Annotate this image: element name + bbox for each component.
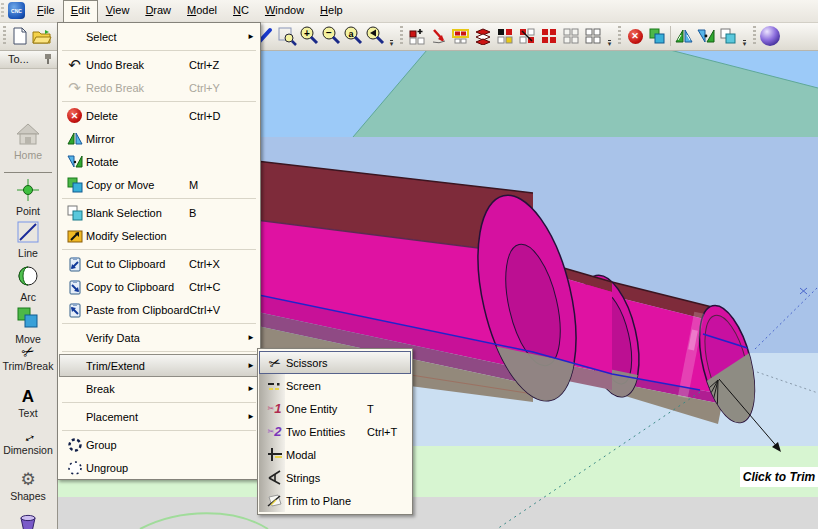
ungroup-icon	[63, 459, 86, 477]
toolbar-grip-2[interactable]	[400, 26, 403, 46]
scissors-icon: ✂	[20, 344, 37, 361]
trim-arrow-icon[interactable]	[428, 25, 450, 47]
grid-white-icon[interactable]	[560, 25, 582, 47]
grid-line-icon[interactable]	[516, 25, 538, 47]
modify-selection-icon	[63, 227, 86, 245]
menu-model[interactable]: Model	[179, 0, 225, 22]
menu-item-copy-to-clipboard[interactable]: Copy to ClipboardCtrl+C	[59, 275, 259, 298]
sidebar-item-trim-break[interactable]: ✂ Trim/Break	[0, 346, 56, 372]
menu-item-group[interactable]: Group	[59, 433, 259, 456]
menu-view[interactable]: View	[98, 0, 138, 22]
toolbar-overflow-icon-3[interactable]: ▾	[739, 24, 750, 49]
grid-red-icon[interactable]	[538, 25, 560, 47]
menu-item-trim-extend[interactable]: Trim/Extend►	[59, 354, 259, 377]
menu-edit[interactable]: Edit	[63, 0, 98, 22]
blank-selection-icon[interactable]	[717, 25, 739, 47]
sidebar-item-line[interactable]: Line	[0, 220, 56, 259]
text-icon: A	[22, 387, 34, 406]
grid-add-icon[interactable]	[406, 25, 428, 47]
grid-highlight-icon[interactable]	[450, 25, 472, 47]
scissors-icon: ✂	[263, 354, 286, 372]
undo-icon: ↶	[63, 56, 86, 74]
sidebar-item-point[interactable]: Point	[0, 178, 56, 217]
toolbar-grip[interactable]	[3, 26, 6, 46]
model-sphere-icon[interactable]	[759, 25, 781, 47]
open-folder-icon[interactable]	[31, 25, 53, 47]
menu-window[interactable]: Window	[257, 0, 312, 22]
zoom-window-icon[interactable]	[276, 25, 298, 47]
menu-item-rotate[interactable]: Rotate	[59, 150, 259, 173]
sidebar-item-move[interactable]: Move	[0, 306, 56, 345]
zoom-all-icon[interactable]: a	[342, 25, 364, 47]
toolbar-separator	[670, 26, 671, 46]
layers-icon[interactable]	[472, 25, 494, 47]
zoom-out-icon[interactable]: −	[320, 25, 342, 47]
menu-item-redo-break[interactable]: ↷ Redo BreakCtrl+Y	[59, 76, 259, 99]
menu-nc[interactable]: NC	[225, 0, 257, 22]
sidebar-header[interactable]: To...	[0, 50, 57, 69]
point-icon	[16, 178, 40, 202]
toolbar-grip-3[interactable]	[618, 26, 621, 46]
arc-icon	[16, 264, 40, 288]
menu-item-paste-from-clipboard[interactable]: Paste from ClipboardCtrl+V	[59, 298, 259, 321]
submenu-item-trim-to-plane[interactable]: Trim to Plane	[259, 489, 411, 512]
modal-icon	[263, 446, 286, 464]
submenu-item-one-entity[interactable]: ✂1 One EntityT	[259, 397, 411, 420]
submenu-item-two-entities[interactable]: ✂2 Two EntitiesCtrl+T	[259, 420, 411, 443]
click-to-trim-label: Click to Trim	[740, 467, 818, 487]
grid-outline-icon[interactable]	[582, 25, 604, 47]
cut-icon	[63, 255, 86, 273]
menu-help[interactable]: Help	[312, 0, 351, 22]
delete-icon[interactable]: ✕	[624, 25, 646, 47]
sidebar-item-model[interactable]: Model	[0, 512, 56, 529]
svg-text:+: +	[304, 28, 310, 39]
menu-item-cut-to-clipboard[interactable]: Cut to ClipboardCtrl+X	[59, 252, 259, 275]
menu-item-blank-selection[interactable]: Blank SelectionB	[59, 201, 259, 224]
sidebar-item-shapes[interactable]: ⚙ Shapes	[0, 470, 56, 502]
menu-item-copy-or-move[interactable]: Copy or MoveM	[59, 173, 259, 196]
new-document-icon[interactable]	[9, 25, 31, 47]
menu-draw[interactable]: Draw	[137, 0, 179, 22]
menu-item-undo-break[interactable]: ↶ Undo BreakCtrl+Z	[59, 53, 259, 76]
menu-item-verify-data[interactable]: Verify Data►	[59, 326, 259, 349]
grid-mixed-icon[interactable]	[494, 25, 516, 47]
menu-item-select[interactable]: Select►	[59, 25, 259, 48]
copy-or-move-icon[interactable]	[646, 25, 668, 47]
menu-item-modify-selection[interactable]: Modify Selection	[59, 224, 259, 247]
submenu-item-strings[interactable]: Strings	[259, 466, 411, 489]
menu-item-mirror[interactable]: Mirror	[59, 127, 259, 150]
sidebar-item-dimension[interactable]: ↔ Dimension	[0, 430, 56, 456]
menu-item-break[interactable]: Break►	[59, 377, 259, 400]
mirror-icon[interactable]	[673, 25, 695, 47]
submenu-item-modal[interactable]: Modal	[259, 443, 411, 466]
mirror-icon	[63, 130, 86, 148]
line-icon	[16, 220, 40, 244]
sidebar-separator	[4, 172, 52, 173]
menu-item-ungroup[interactable]: Ungroup	[59, 456, 259, 479]
zoom-in-icon[interactable]: +	[298, 25, 320, 47]
toolbar-grip-4[interactable]	[753, 26, 756, 46]
toolbar-overflow-icon[interactable]: ▾	[386, 24, 397, 49]
sidebar-item-arc[interactable]: Arc	[0, 264, 56, 303]
toolbar-overflow-icon-2[interactable]: ▾	[604, 24, 615, 49]
menubar-grip[interactable]	[1, 3, 4, 19]
zoom-previous-icon[interactable]	[364, 25, 386, 47]
pin-icon[interactable]	[43, 53, 53, 65]
menu-item-delete[interactable]: ✕ DeleteCtrl+D	[59, 104, 259, 127]
app-logo-icon: CNC	[8, 2, 25, 19]
menu-file[interactable]: File	[29, 0, 63, 22]
copy-clipboard-icon	[63, 278, 86, 296]
sidebar-item-text[interactable]: A Text	[0, 388, 56, 419]
menu-item-placement[interactable]: Placement►	[59, 405, 259, 428]
screen-icon	[263, 377, 286, 395]
rotate-icon[interactable]	[695, 25, 717, 47]
submenu-item-scissors[interactable]: ✂ Scissors	[259, 351, 411, 374]
rotate-icon	[63, 153, 86, 171]
submenu-item-screen[interactable]: Screen	[259, 374, 411, 397]
tools-sidebar: To... Home Point Line Arc Move ✂ Trim/Br…	[0, 50, 58, 529]
one-entity-icon: ✂1	[263, 400, 286, 418]
svg-text:−: −	[326, 27, 332, 38]
sidebar-item-home[interactable]: Home	[0, 122, 56, 161]
two-entities-icon: ✂2	[263, 423, 286, 441]
group-icon	[63, 436, 86, 454]
